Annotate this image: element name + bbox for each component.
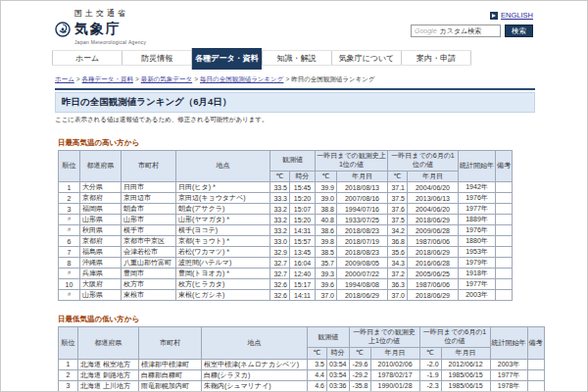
- table-row: 3福岡県朝倉市朝倉(アサクラ)33.215:0738.81994/07/1637…: [59, 204, 513, 215]
- table-row: 6京都府京都市中京区京都(キョウト)＊33.015:5739.82018/07/…: [59, 236, 513, 247]
- table-cell: 40.8: [316, 215, 337, 225]
- table-cell: 37.6: [388, 204, 408, 215]
- table-cell: -29.2: [349, 369, 370, 380]
- table-cell: 枚方市: [122, 279, 176, 290]
- col-rank: 順位: [59, 327, 78, 359]
- table-cell: 〃: [59, 215, 80, 225]
- table-cell: 1953年: [459, 247, 496, 258]
- agency-name-en: Japan Meteorological Agency: [74, 39, 146, 45]
- table-cell: 15:57: [290, 236, 316, 247]
- table-cell: -2.0: [419, 359, 441, 369]
- table-row: 2北海道 釧路地方白糠郡白糠町白糠(シラヌカ)4.403:54-29.21978…: [59, 369, 545, 380]
- nav-item-data-materials[interactable]: 各種データ・資料: [191, 48, 261, 70]
- table-cell: 16:04: [290, 258, 316, 269]
- table-cell: 2018/07/19: [337, 236, 388, 247]
- breadcrumb-daily-ranking[interactable]: 毎日の全国観測値ランキング: [200, 75, 283, 82]
- breadcrumb-data-materials[interactable]: 各種データ・資料: [82, 75, 133, 82]
- nav-item-home[interactable]: ホーム: [52, 51, 122, 65]
- table-cell: [496, 258, 513, 269]
- search-button[interactable]: 検索: [505, 24, 533, 37]
- table-cell: 福岡県: [80, 204, 122, 215]
- breadcrumb-separator: >: [285, 75, 289, 82]
- table-cell: 山形(ヤマガタ)＊: [176, 215, 270, 225]
- jma-logo-icon: [55, 22, 71, 37]
- table-cell: [496, 279, 513, 290]
- table-cell: 10: [59, 279, 80, 290]
- table-cell: 1976年: [459, 193, 496, 204]
- table-cell: [496, 269, 513, 279]
- col-deg: ℃: [388, 171, 408, 182]
- max-temp-table: 順位 都道府県 市町村 地点 観測値 一昨日までの観測史上1位の値 一昨日までの…: [58, 150, 513, 301]
- table-cell: 35.7: [316, 258, 337, 269]
- table-cell: 1: [59, 182, 80, 193]
- table-row: 2京都府京田辺市京田辺(キョウタナベ)33.315:2039.02007/08/…: [59, 193, 513, 204]
- table-cell: 33.2: [270, 225, 290, 236]
- breadcrumb-latest-data[interactable]: 最新の気象データ: [141, 75, 192, 82]
- table-cell: 4.4: [308, 369, 327, 380]
- table-row: 10大阪府枚方市枚方(ヒラカタ)32.615:1739.61994/08/083…: [59, 279, 513, 290]
- table-cell: 39.9: [316, 182, 337, 193]
- table-cell: 2018/08/13: [337, 182, 388, 193]
- table-cell: 北海道 根室地方: [78, 359, 139, 369]
- table-row: 〃山形県山形市山形(ヤマガタ)＊33.215:2040.81933/07/253…: [59, 215, 513, 225]
- table-cell: 2018/08/23: [337, 225, 388, 236]
- nav-item-about-jma[interactable]: 気象庁について: [331, 51, 401, 65]
- table-cell: 2009/06/28: [408, 225, 459, 236]
- table-cell: 〃: [59, 225, 80, 236]
- table-cell: [496, 247, 513, 258]
- table-cell: 兵庫県: [80, 269, 122, 279]
- table-row: 〃秋田県横手市横手(ヨコテ)33.214:3138.62018/08/2334.…: [59, 225, 513, 236]
- table-cell: 1978年: [490, 380, 527, 391]
- col-time: 時分: [290, 171, 316, 182]
- table-cell: 〃: [59, 290, 80, 301]
- table-cell: 3: [59, 204, 80, 215]
- table-cell: 15:17: [290, 279, 316, 290]
- table-cell: 大阪府: [80, 279, 122, 290]
- table-cell: 豊岡(トヨオカ)＊: [176, 269, 270, 279]
- table-cell: 沖縄県: [80, 258, 122, 269]
- provisional-note: ここに表示される値は速報値であるため、修正される可能性があります。: [55, 116, 587, 124]
- table-cell: [496, 204, 513, 215]
- table-cell: 37.2: [388, 269, 408, 279]
- table-cell: 34.3: [388, 258, 408, 269]
- table-cell: 36.3: [388, 279, 408, 290]
- table-cell: 39.6: [316, 279, 337, 290]
- table-cell: 1987/06/06: [408, 279, 459, 290]
- table-cell: 12:40: [290, 269, 316, 279]
- english-link[interactable]: ENGLISH: [501, 11, 533, 20]
- table-cell: 3.5: [308, 359, 327, 369]
- ministry-name: 国土交通省: [74, 8, 146, 19]
- table-cell: 2003年: [490, 359, 527, 369]
- table-cell: 1976年: [459, 225, 496, 236]
- table-cell: 北海道 上川地方: [78, 380, 139, 391]
- table-cell: 〃: [59, 269, 80, 279]
- table-cell: 東根(ヒガシネ): [176, 290, 270, 301]
- col-time: 時分: [327, 347, 350, 359]
- table-cell: 2: [59, 369, 78, 380]
- table-cell: 03:36: [327, 380, 350, 391]
- nav-item-disaster-info[interactable]: 防災情報: [122, 51, 191, 65]
- table-cell: 37.5: [388, 193, 408, 204]
- breadcrumb-home[interactable]: ホーム: [55, 75, 74, 82]
- table-cell: 北海道 釧路地方: [78, 369, 139, 380]
- table-cell: 1977年: [490, 369, 527, 380]
- table-cell: 1977年: [459, 204, 496, 215]
- table-cell: 39.8: [316, 236, 337, 247]
- divider-rule: [55, 88, 535, 90]
- table-cell: 1985/06/15: [441, 380, 490, 391]
- col-start-year: 統計開始年: [459, 151, 496, 182]
- col-station: 地点: [202, 327, 308, 359]
- table-cell: 33.0: [270, 236, 290, 247]
- table-cell: 2009/08/05: [337, 258, 388, 269]
- table-cell: -2.3: [419, 380, 441, 391]
- search-input[interactable]: Google カスタム検索: [411, 24, 501, 37]
- nav-item-guidance[interactable]: 案内・申請: [401, 51, 471, 65]
- nav-item-knowledge[interactable]: 知識・解説: [262, 51, 331, 65]
- table-cell: 7: [59, 247, 80, 258]
- table-cell: 32.6: [270, 290, 290, 301]
- min-temp-caption: 日最低気温の低い方から: [58, 315, 587, 324]
- col-deg: ℃: [270, 171, 290, 182]
- col-city: 市町村: [139, 327, 202, 359]
- table-cell: [496, 236, 513, 247]
- table-cell: 1918年: [459, 269, 496, 279]
